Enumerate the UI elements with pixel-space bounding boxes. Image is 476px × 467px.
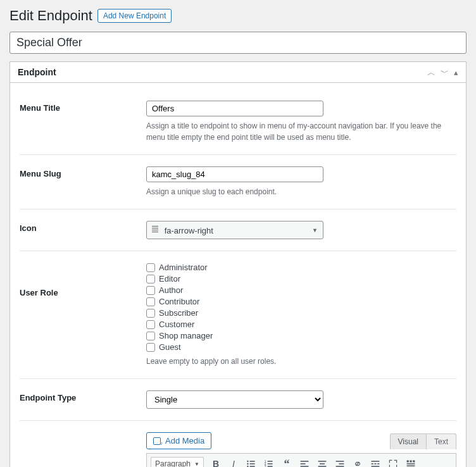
add-new-endpoint-button[interactable]: Add New Endpoint [97,9,172,23]
svg-rect-23 [374,463,376,464]
link-icon[interactable] [349,456,366,467]
align-right-icon[interactable] [332,456,348,467]
svg-rect-16 [320,463,325,464]
menu-slug-input[interactable] [146,166,323,182]
svg-rect-15 [318,461,327,462]
move-down-icon[interactable]: ﹀ [441,68,449,77]
svg-rect-13 [301,463,306,464]
editor-toolbar: Paragraph ▼ B I 123 “ [147,454,456,467]
role-customer-checkbox[interactable] [146,320,155,329]
role-contributor-label: Contributor [159,297,199,306]
icon-selected-value: fa-arrow-right [165,226,213,235]
align-left-icon[interactable] [296,456,313,467]
svg-point-0 [247,461,248,462]
bold-icon[interactable]: B [208,456,224,467]
role-shop-manager-checkbox[interactable] [146,332,155,340]
custom-content-label: Custom Content [20,432,146,467]
role-subscriber-label: Subscriber [159,308,198,318]
svg-rect-27 [410,460,411,462]
toggle-panel-icon[interactable]: ▴ [454,68,458,77]
align-center-icon[interactable] [314,456,330,467]
svg-rect-12 [301,461,309,462]
chevron-down-icon: ▼ [312,227,318,233]
role-subscriber-checkbox[interactable] [146,309,155,318]
read-more-icon[interactable] [367,456,384,467]
page-title: Edit Endpoint [9,8,92,24]
move-up-icon[interactable]: ︿ [427,68,435,77]
post-title-input[interactable] [9,32,467,54]
menu-slug-desc: Assign a unique slug to each endpoint. [146,186,456,197]
user-role-label: User Role [20,263,146,367]
fullscreen-icon[interactable] [385,456,401,467]
endpoint-type-label: Endpoint Type [20,390,146,409]
format-select[interactable]: Paragraph ▼ [151,457,204,467]
role-author-label: Author [159,285,183,295]
svg-rect-24 [377,463,379,464]
menu-slug-label: Menu Slug [20,166,146,197]
role-administrator-label: Administrator [159,263,208,272]
role-guest-checkbox[interactable] [146,343,155,352]
svg-rect-29 [407,463,415,464]
svg-rect-7 [268,461,273,462]
blockquote-icon[interactable]: “ [279,456,295,467]
svg-point-2 [247,463,248,464]
role-editor-label: Editor [159,274,180,283]
role-guest-label: Guest [159,342,181,352]
icon-bars-icon [152,225,158,233]
svg-rect-1 [250,461,255,462]
metabox-title: Endpoint [18,67,56,77]
role-customer-label: Customer [159,320,194,329]
svg-rect-18 [336,461,344,462]
menu-title-label: Menu Title [20,101,146,143]
svg-text:3: 3 [265,465,266,467]
role-shop-manager-label: Shop manager [159,331,213,340]
user-role-desc: Leave empty to apply on all user roles. [146,356,456,367]
role-administrator-checkbox[interactable] [146,263,155,272]
bullet-list-icon[interactable] [243,456,260,467]
svg-rect-3 [250,463,255,464]
svg-rect-9 [268,463,273,464]
endpoint-metabox: Endpoint ︿ ﹀ ▴ Menu Title Assign a title… [9,61,467,467]
add-media-button[interactable]: Add Media [146,432,211,449]
svg-rect-30 [407,465,415,466]
role-author-checkbox[interactable] [146,286,155,295]
icon-select[interactable]: fa-arrow-right ▼ [146,221,323,239]
toolbar-toggle-icon[interactable] [403,456,419,467]
italic-icon[interactable]: I [225,456,242,467]
tab-visual[interactable]: Visual [390,433,427,449]
svg-rect-19 [339,463,344,464]
svg-rect-28 [413,460,415,462]
role-editor-checkbox[interactable] [146,275,155,283]
menu-title-desc: Assign a title to endpoint to show in me… [146,120,456,143]
tab-text[interactable]: Text [426,433,456,449]
chevron-down-icon: ▼ [194,461,199,467]
icon-label: Icon [20,221,146,239]
role-contributor-checkbox[interactable] [146,297,155,306]
svg-rect-22 [372,463,373,464]
menu-title-input[interactable] [146,101,323,116]
endpoint-type-select[interactable]: Single [146,390,323,409]
svg-rect-21 [372,461,380,462]
media-icon [153,437,162,445]
svg-rect-26 [407,460,409,462]
numbered-list-icon[interactable]: 123 [261,456,277,467]
